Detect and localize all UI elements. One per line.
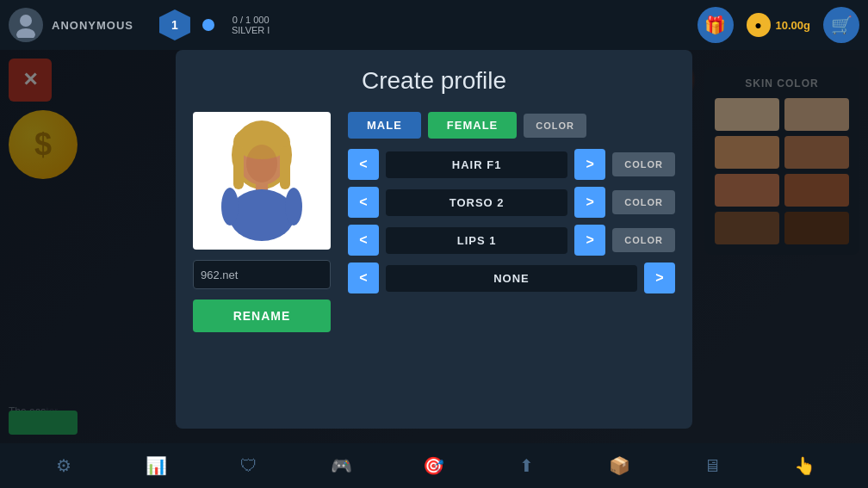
svg-point-10 [285, 188, 302, 225]
none-option-row: < NONE > [348, 263, 675, 293]
hair-next-button[interactable]: > [574, 149, 605, 180]
create-profile-modal: Create profile [176, 50, 692, 429]
lips-label: LIPS 1 [386, 227, 567, 254]
user-section: ANONYMOUS 1 0 / 1 000 SILVER I [9, 8, 270, 42]
torso-prev-button[interactable]: < [348, 187, 379, 218]
svg-point-11 [246, 145, 277, 182]
avatar-section: RENAME [193, 112, 331, 332]
username-input[interactable] [193, 260, 331, 289]
coin-icon: ● [747, 13, 771, 37]
monitor-icon[interactable]: 🖥 [697, 450, 728, 481]
settings-icon[interactable]: ⚙ [48, 450, 79, 481]
upload-icon[interactable]: ⬆ [512, 450, 542, 481]
lips-option-row: < LIPS 1 > COLOR [348, 225, 675, 256]
character-preview [193, 112, 331, 250]
avatar [9, 8, 43, 42]
torso-option-row: < TORSO 2 > COLOR [348, 187, 675, 218]
username-label: ANONYMOUS [52, 19, 133, 32]
none-next-button[interactable]: > [644, 263, 675, 293]
torso-label: TORSO 2 [386, 189, 567, 216]
hair-prev-button[interactable]: < [348, 149, 379, 180]
female-button[interactable]: FEMALE [428, 112, 517, 139]
svg-point-1 [16, 28, 35, 38]
gift-button[interactable]: 🎁 [698, 7, 734, 43]
hair-color-button[interactable]: COLOR [612, 152, 675, 176]
level-badge: 1 [159, 9, 190, 40]
gender-color-button[interactable]: COLOR [524, 114, 586, 138]
stats-icon[interactable]: 📊 [140, 450, 171, 481]
male-button[interactable]: MALE [348, 112, 421, 139]
torso-next-button[interactable]: > [574, 187, 605, 218]
top-bar: ANONYMOUS 1 0 / 1 000 SILVER I 🎁 ● 10.00… [0, 0, 868, 50]
touch-icon[interactable]: 👆 [789, 450, 820, 481]
gender-row: MALE FEMALE COLOR [348, 112, 675, 139]
hair-label: HAIR F1 [386, 151, 567, 178]
coin-amount: 10.00g [776, 19, 810, 32]
lips-color-button[interactable]: COLOR [612, 228, 675, 252]
svg-rect-6 [280, 146, 290, 189]
target-icon[interactable]: 🎯 [418, 450, 450, 481]
controls-section: MALE FEMALE COLOR < HAIR F1 > COLOR < TO… [348, 112, 675, 332]
shield-icon[interactable]: 🛡 [233, 450, 264, 481]
modal-body: RENAME MALE FEMALE COLOR < HAIR F1 > COL… [193, 112, 675, 332]
coins-section: ● 10.00g [747, 13, 810, 37]
hair-option-row: < HAIR F1 > COLOR [348, 149, 675, 180]
cart-button[interactable]: 🛒 [823, 7, 859, 43]
modal-title: Create profile [193, 67, 675, 95]
rank-text: SILVER I [232, 25, 270, 35]
none-prev-button[interactable]: < [348, 263, 379, 293]
blue-dot [202, 19, 214, 31]
svg-point-0 [20, 15, 32, 27]
svg-rect-5 [233, 146, 244, 189]
xp-text: 0 / 1 000 [232, 15, 270, 25]
none-label: NONE [386, 265, 637, 292]
torso-color-button[interactable]: COLOR [612, 190, 675, 214]
top-bar-right: 🎁 ● 10.00g 🛒 [698, 7, 859, 43]
svg-point-8 [229, 189, 294, 241]
package-icon[interactable]: 📦 [604, 450, 635, 481]
xp-section: 0 / 1 000 SILVER I [232, 15, 270, 35]
lips-prev-button[interactable]: < [348, 225, 379, 256]
rename-button[interactable]: RENAME [193, 300, 331, 332]
gamepad-icon[interactable]: 🎮 [326, 450, 356, 481]
bottom-bar: ⚙ 📊 🛡 🎮 🎯 ⬆ 📦 🖥 👆 [0, 443, 868, 488]
lips-next-button[interactable]: > [574, 225, 605, 256]
svg-point-9 [221, 188, 239, 225]
